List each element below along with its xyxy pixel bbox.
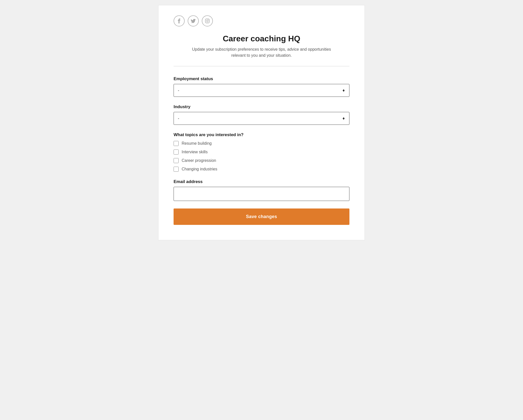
- checkbox-item-changing-industries[interactable]: Changing industries: [174, 167, 349, 172]
- employment-status-group: Employment status - Employed full-time E…: [174, 76, 349, 97]
- checkbox-resume-building[interactable]: [174, 141, 179, 146]
- industry-select[interactable]: - Technology Finance Healthcare Educatio…: [174, 112, 349, 125]
- divider: [174, 66, 349, 66]
- twitter-icon[interactable]: [188, 15, 199, 26]
- checkbox-label-resume-building: Resume building: [182, 141, 212, 146]
- email-label: Email address: [174, 179, 349, 184]
- header-section: Career coaching HQ Update your subscript…: [174, 34, 349, 58]
- checkbox-interview-skills[interactable]: [174, 149, 179, 155]
- svg-point-2: [208, 20, 209, 20]
- checkbox-label-changing-industries: Changing industries: [182, 167, 217, 171]
- page-container: Career coaching HQ Update your subscript…: [158, 5, 365, 240]
- save-button[interactable]: Save changes: [174, 208, 349, 225]
- form-section: Employment status - Employed full-time E…: [174, 76, 349, 225]
- email-input[interactable]: [174, 187, 349, 201]
- svg-rect-0: [205, 19, 209, 23]
- page-subtitle: Update your subscription preferences to …: [186, 46, 337, 58]
- instagram-icon[interactable]: [202, 15, 213, 26]
- facebook-icon[interactable]: [174, 15, 185, 26]
- checkbox-item-interview-skills[interactable]: Interview skills: [174, 149, 349, 155]
- industry-group: Industry - Technology Finance Healthcare…: [174, 104, 349, 125]
- employment-status-select[interactable]: - Employed full-time Employed part-time …: [174, 84, 349, 97]
- email-group: Email address: [174, 179, 349, 201]
- checkbox-career-progression[interactable]: [174, 158, 179, 163]
- svg-point-1: [207, 20, 208, 22]
- checkbox-item-career-progression[interactable]: Career progression: [174, 158, 349, 163]
- employment-status-label: Employment status: [174, 76, 349, 81]
- page-title: Career coaching HQ: [174, 34, 349, 43]
- checkbox-item-resume-building[interactable]: Resume building: [174, 141, 349, 146]
- checkbox-label-interview-skills: Interview skills: [182, 150, 208, 154]
- checkbox-label-career-progression: Career progression: [182, 158, 216, 163]
- industry-label: Industry: [174, 104, 349, 109]
- topics-group: What topics are you interested in? Resum…: [174, 132, 349, 172]
- checkbox-group: Resume building Interview skills Career …: [174, 141, 349, 172]
- social-icons: [174, 15, 349, 26]
- topics-label: What topics are you interested in?: [174, 132, 349, 137]
- checkbox-changing-industries[interactable]: [174, 167, 179, 172]
